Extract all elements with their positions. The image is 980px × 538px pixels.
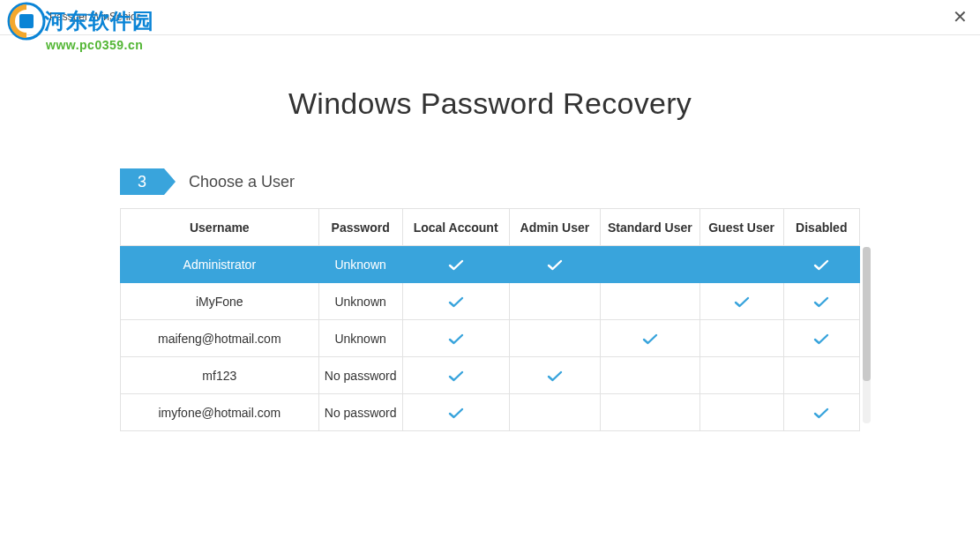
cell-disabled bbox=[783, 320, 859, 357]
cell-password: Unknown bbox=[318, 320, 402, 357]
cell-guest bbox=[699, 357, 783, 394]
cell-admin bbox=[509, 283, 601, 320]
check-icon bbox=[642, 332, 658, 346]
cell-standard bbox=[601, 357, 699, 394]
check-icon bbox=[813, 295, 829, 309]
col-header-username: Username bbox=[121, 209, 319, 246]
step-indicator: 3 Choose a User bbox=[120, 168, 945, 195]
cell-username: imyfone@hotmail.com bbox=[121, 394, 319, 431]
cell-admin bbox=[509, 246, 601, 283]
col-header-standard: Standard User bbox=[601, 209, 699, 246]
cell-username: mf123 bbox=[121, 357, 319, 394]
main-content: Windows Password Recovery 3 Choose a Use… bbox=[0, 86, 980, 431]
cell-standard bbox=[601, 246, 699, 283]
check-icon bbox=[448, 295, 464, 309]
cell-username: maifeng@hotmail.com bbox=[121, 320, 319, 357]
check-icon bbox=[448, 406, 464, 420]
table-row[interactable]: imyfone@hotmail.comNo password bbox=[121, 394, 860, 431]
step-label: Choose a User bbox=[189, 173, 295, 191]
cell-password: No password bbox=[318, 357, 402, 394]
cell-guest bbox=[699, 283, 783, 320]
cell-password: No password bbox=[318, 394, 402, 431]
cell-admin bbox=[509, 320, 601, 357]
check-icon bbox=[813, 258, 829, 272]
cell-username: Administrator bbox=[121, 246, 319, 283]
users-table: Username Password Local Account Admin Us… bbox=[120, 208, 860, 431]
cell-disabled bbox=[783, 246, 859, 283]
step-number-badge: 3 bbox=[120, 168, 164, 195]
cell-standard bbox=[601, 283, 699, 320]
scrollbar-thumb[interactable] bbox=[863, 247, 871, 381]
watermark-url: www.pc0359.cn bbox=[46, 38, 154, 52]
cell-guest bbox=[699, 394, 783, 431]
cell-username: iMyFone bbox=[121, 283, 319, 320]
table-row[interactable]: maifeng@hotmail.comUnknown bbox=[121, 320, 860, 357]
check-icon bbox=[547, 369, 563, 383]
check-icon bbox=[448, 332, 464, 346]
col-header-admin: Admin User bbox=[509, 209, 601, 246]
check-icon bbox=[547, 258, 563, 272]
col-header-local: Local Account bbox=[402, 209, 509, 246]
cell-disabled bbox=[783, 357, 859, 394]
cell-disabled bbox=[783, 394, 859, 431]
app-title: Passper WinSenior bbox=[49, 11, 140, 23]
check-icon bbox=[448, 258, 464, 272]
table-row[interactable]: mf123No password bbox=[121, 357, 860, 394]
scrollbar-track[interactable] bbox=[863, 247, 871, 423]
cell-local bbox=[402, 246, 509, 283]
check-icon bbox=[734, 295, 750, 309]
cell-admin bbox=[509, 394, 601, 431]
check-icon bbox=[813, 332, 829, 346]
cell-local bbox=[402, 283, 509, 320]
table-header-row: Username Password Local Account Admin Us… bbox=[121, 209, 860, 246]
cell-password: Unknown bbox=[318, 283, 402, 320]
cell-standard bbox=[601, 320, 699, 357]
cell-guest bbox=[699, 320, 783, 357]
cell-local bbox=[402, 320, 509, 357]
page-title: Windows Password Recovery bbox=[35, 86, 945, 121]
check-icon bbox=[448, 369, 464, 383]
check-icon bbox=[813, 406, 829, 420]
col-header-password: Password bbox=[318, 209, 402, 246]
cell-password: Unknown bbox=[318, 246, 402, 283]
table-row[interactable]: AdministratorUnknown bbox=[121, 246, 860, 283]
cell-local bbox=[402, 394, 509, 431]
cell-local bbox=[402, 357, 509, 394]
cell-standard bbox=[601, 394, 699, 431]
cell-disabled bbox=[783, 283, 859, 320]
table-row[interactable]: iMyFoneUnknown bbox=[121, 283, 860, 320]
cell-admin bbox=[509, 357, 601, 394]
col-header-disabled: Disabled bbox=[783, 209, 859, 246]
cell-guest bbox=[699, 246, 783, 283]
close-icon[interactable]: ✕ bbox=[953, 8, 968, 26]
col-header-guest: Guest User bbox=[699, 209, 783, 246]
title-bar: Passper WinSenior ✕ bbox=[0, 0, 980, 35]
